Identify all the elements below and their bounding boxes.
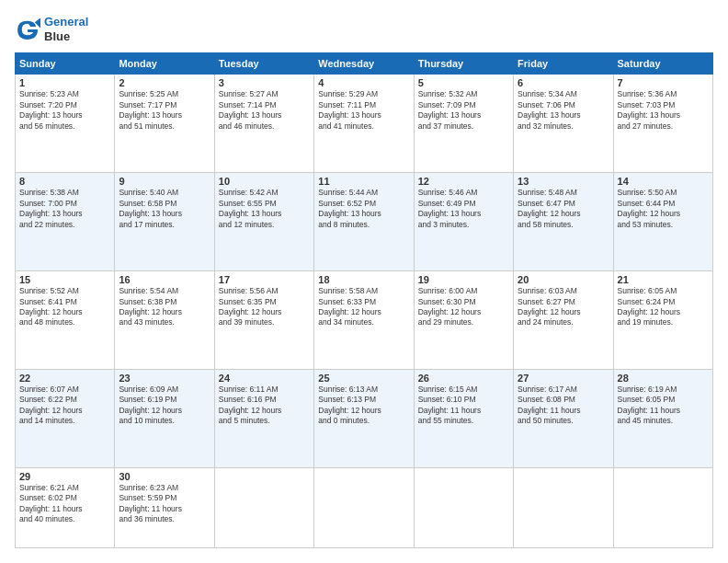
table-row: 2Sunrise: 5:25 AMSunset: 7:17 PMDaylight…	[115, 75, 214, 173]
table-row: 10Sunrise: 5:42 AMSunset: 6:55 PMDayligh…	[214, 173, 313, 271]
day-number: 28	[618, 373, 709, 384]
day-number: 14	[618, 176, 709, 187]
day-number: 19	[418, 274, 509, 285]
col-friday: Friday	[514, 53, 613, 75]
day-info: Sunrise: 5:42 AMSunset: 6:55 PMDaylight:…	[219, 188, 310, 230]
table-row: 20Sunrise: 6:03 AMSunset: 6:27 PMDayligh…	[514, 271, 613, 370]
col-tuesday: Tuesday	[214, 53, 313, 75]
table-row	[414, 467, 513, 547]
table-row: 14Sunrise: 5:50 AMSunset: 6:44 PMDayligh…	[613, 173, 712, 271]
day-number: 29	[19, 471, 110, 482]
table-row: 16Sunrise: 5:54 AMSunset: 6:38 PMDayligh…	[115, 271, 214, 370]
calendar-header-row: Sunday Monday Tuesday Wednesday Thursday…	[16, 53, 713, 75]
day-info: Sunrise: 5:23 AMSunset: 7:20 PMDaylight:…	[19, 89, 110, 132]
day-number: 1	[19, 77, 110, 88]
day-info: Sunrise: 6:13 AMSunset: 6:13 PMDaylight:…	[318, 385, 409, 427]
table-row: 13Sunrise: 5:48 AMSunset: 6:47 PMDayligh…	[514, 173, 613, 271]
day-number: 12	[418, 176, 509, 187]
day-info: Sunrise: 5:44 AMSunset: 6:52 PMDaylight:…	[318, 188, 409, 230]
day-info: Sunrise: 6:19 AMSunset: 6:05 PMDaylight:…	[618, 385, 709, 427]
table-row: 7Sunrise: 5:36 AMSunset: 7:03 PMDaylight…	[613, 75, 712, 173]
day-info: Sunrise: 5:25 AMSunset: 7:17 PMDaylight:…	[119, 89, 210, 132]
day-info: Sunrise: 5:56 AMSunset: 6:35 PMDaylight:…	[219, 286, 310, 328]
day-info: Sunrise: 5:38 AMSunset: 7:00 PMDaylight:…	[19, 188, 110, 230]
day-number: 24	[219, 373, 310, 384]
table-row: 27Sunrise: 6:17 AMSunset: 6:08 PMDayligh…	[514, 370, 613, 468]
table-row: 11Sunrise: 5:44 AMSunset: 6:52 PMDayligh…	[314, 173, 414, 271]
day-number: 26	[418, 373, 509, 384]
header: General Blue	[15, 15, 713, 43]
logo: General Blue	[15, 15, 88, 43]
calendar-week-row: 22Sunrise: 6:07 AMSunset: 6:22 PMDayligh…	[16, 370, 713, 468]
table-row: 21Sunrise: 6:05 AMSunset: 6:24 PMDayligh…	[613, 271, 712, 370]
day-info: Sunrise: 5:52 AMSunset: 6:41 PMDaylight:…	[19, 286, 110, 328]
day-number: 16	[119, 274, 210, 285]
day-number: 8	[19, 176, 110, 187]
table-row	[514, 467, 613, 547]
day-info: Sunrise: 6:05 AMSunset: 6:24 PMDaylight:…	[618, 286, 709, 328]
day-number: 10	[219, 176, 310, 187]
day-info: Sunrise: 5:32 AMSunset: 7:09 PMDaylight:…	[418, 89, 509, 132]
day-info: Sunrise: 6:21 AMSunset: 6:02 PMDaylight:…	[19, 483, 110, 525]
day-number: 23	[119, 373, 210, 384]
day-info: Sunrise: 5:54 AMSunset: 6:38 PMDaylight:…	[119, 286, 210, 328]
day-number: 2	[119, 77, 210, 88]
table-row: 28Sunrise: 6:19 AMSunset: 6:05 PMDayligh…	[613, 370, 712, 468]
table-row: 9Sunrise: 5:40 AMSunset: 6:58 PMDaylight…	[115, 173, 214, 271]
table-row	[214, 467, 313, 547]
calendar-week-row: 15Sunrise: 5:52 AMSunset: 6:41 PMDayligh…	[16, 271, 713, 370]
calendar-table: Sunday Monday Tuesday Wednesday Thursday…	[15, 52, 713, 548]
col-monday: Monday	[115, 53, 214, 75]
day-info: Sunrise: 5:34 AMSunset: 7:06 PMDaylight:…	[518, 89, 609, 132]
day-info: Sunrise: 5:48 AMSunset: 6:47 PMDaylight:…	[518, 188, 609, 230]
calendar-week-row: 29Sunrise: 6:21 AMSunset: 6:02 PMDayligh…	[16, 467, 713, 547]
table-row: 19Sunrise: 6:00 AMSunset: 6:30 PMDayligh…	[414, 271, 513, 370]
day-number: 5	[418, 77, 509, 88]
day-number: 27	[518, 373, 609, 384]
day-number: 20	[518, 274, 609, 285]
day-info: Sunrise: 6:00 AMSunset: 6:30 PMDaylight:…	[418, 286, 509, 328]
day-info: Sunrise: 5:29 AMSunset: 7:11 PMDaylight:…	[318, 89, 409, 132]
table-row: 18Sunrise: 5:58 AMSunset: 6:33 PMDayligh…	[314, 271, 414, 370]
logo-icon	[15, 17, 40, 42]
day-number: 6	[518, 77, 609, 88]
col-thursday: Thursday	[414, 53, 513, 75]
day-number: 17	[219, 274, 310, 285]
day-info: Sunrise: 6:23 AMSunset: 5:59 PMDaylight:…	[119, 483, 210, 525]
day-info: Sunrise: 6:09 AMSunset: 6:19 PMDaylight:…	[119, 385, 210, 427]
calendar-week-row: 8Sunrise: 5:38 AMSunset: 7:00 PMDaylight…	[16, 173, 713, 271]
day-number: 11	[318, 176, 409, 187]
day-info: Sunrise: 5:50 AMSunset: 6:44 PMDaylight:…	[618, 188, 709, 230]
table-row: 1Sunrise: 5:23 AMSunset: 7:20 PMDaylight…	[16, 75, 115, 173]
table-row	[613, 467, 712, 547]
table-row: 22Sunrise: 6:07 AMSunset: 6:22 PMDayligh…	[16, 370, 115, 468]
day-info: Sunrise: 5:58 AMSunset: 6:33 PMDaylight:…	[318, 286, 409, 328]
day-info: Sunrise: 6:07 AMSunset: 6:22 PMDaylight:…	[19, 385, 110, 427]
day-number: 4	[318, 77, 409, 88]
table-row: 4Sunrise: 5:29 AMSunset: 7:11 PMDaylight…	[314, 75, 414, 173]
table-row: 26Sunrise: 6:15 AMSunset: 6:10 PMDayligh…	[414, 370, 513, 468]
day-number: 30	[119, 471, 210, 482]
day-number: 9	[119, 176, 210, 187]
calendar-week-row: 1Sunrise: 5:23 AMSunset: 7:20 PMDaylight…	[16, 75, 713, 173]
col-wednesday: Wednesday	[314, 53, 414, 75]
day-info: Sunrise: 6:17 AMSunset: 6:08 PMDaylight:…	[518, 385, 609, 427]
logo-text: General Blue	[44, 15, 88, 43]
col-sunday: Sunday	[16, 53, 115, 75]
table-row: 17Sunrise: 5:56 AMSunset: 6:35 PMDayligh…	[214, 271, 313, 370]
day-number: 15	[19, 274, 110, 285]
table-row	[314, 467, 414, 547]
day-info: Sunrise: 6:11 AMSunset: 6:16 PMDaylight:…	[219, 385, 310, 427]
table-row: 6Sunrise: 5:34 AMSunset: 7:06 PMDaylight…	[514, 75, 613, 173]
table-row: 8Sunrise: 5:38 AMSunset: 7:00 PMDaylight…	[16, 173, 115, 271]
day-number: 22	[19, 373, 110, 384]
day-number: 25	[318, 373, 409, 384]
day-number: 13	[518, 176, 609, 187]
day-info: Sunrise: 5:40 AMSunset: 6:58 PMDaylight:…	[119, 188, 210, 230]
day-info: Sunrise: 5:27 AMSunset: 7:14 PMDaylight:…	[219, 89, 310, 132]
table-row: 5Sunrise: 5:32 AMSunset: 7:09 PMDaylight…	[414, 75, 513, 173]
day-number: 21	[618, 274, 709, 285]
table-row: 23Sunrise: 6:09 AMSunset: 6:19 PMDayligh…	[115, 370, 214, 468]
day-number: 3	[219, 77, 310, 88]
table-row: 25Sunrise: 6:13 AMSunset: 6:13 PMDayligh…	[314, 370, 414, 468]
